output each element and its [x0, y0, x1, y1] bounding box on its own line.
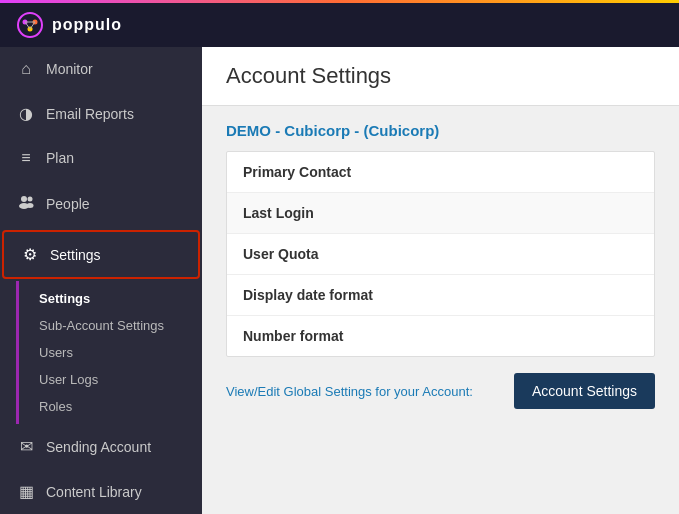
- top-bar: poppulo: [0, 3, 679, 47]
- submenu-item-settings[interactable]: Settings: [19, 285, 202, 312]
- main-layout: ⌂ Monitor ◑ Email Reports ≡ Plan People: [0, 47, 679, 514]
- account-name: DEMO - Cubicorp - (Cubicorp): [226, 122, 655, 139]
- account-settings-button[interactable]: Account Settings: [514, 373, 655, 409]
- settings-icon: ⚙: [20, 245, 40, 264]
- submenu-item-sub-account-settings[interactable]: Sub-Account Settings: [19, 312, 202, 339]
- svg-line-6: [30, 22, 35, 29]
- svg-point-7: [21, 196, 27, 202]
- email-reports-icon: ◑: [16, 104, 36, 123]
- sending-account-icon: ✉: [16, 437, 36, 456]
- sidebar-item-people[interactable]: People: [0, 180, 202, 228]
- table-row-user-quota: User Quota: [227, 234, 654, 275]
- sidebar-item-sending-account-label: Sending Account: [46, 439, 151, 455]
- footer-text: View/Edit Global Settings for your Accou…: [226, 384, 473, 399]
- logo-area: poppulo: [16, 11, 122, 39]
- logo-text: poppulo: [52, 16, 122, 34]
- sidebar-item-email-reports-label: Email Reports: [46, 106, 134, 122]
- sidebar-item-monitor-label: Monitor: [46, 61, 93, 77]
- plan-icon: ≡: [16, 149, 36, 167]
- sidebar-item-sending-account[interactable]: ✉ Sending Account: [0, 424, 202, 469]
- table-row-primary-contact: Primary Contact: [227, 152, 654, 193]
- settings-submenu: Settings Sub-Account Settings Users User…: [16, 281, 202, 424]
- submenu-item-user-logs[interactable]: User Logs: [19, 366, 202, 393]
- people-icon: [16, 193, 36, 215]
- content-library-icon: ▦: [16, 482, 36, 501]
- svg-point-0: [18, 13, 42, 37]
- sidebar: ⌂ Monitor ◑ Email Reports ≡ Plan People: [0, 47, 202, 514]
- sidebar-item-content-library[interactable]: ▦ Content Library: [0, 469, 202, 514]
- submenu-item-users[interactable]: Users: [19, 339, 202, 366]
- footer-row: View/Edit Global Settings for your Accou…: [226, 373, 655, 409]
- user-quota-label: User Quota: [243, 246, 318, 262]
- sidebar-item-content-library-label: Content Library: [46, 484, 142, 500]
- sidebar-item-people-label: People: [46, 196, 90, 212]
- submenu-item-roles[interactable]: Roles: [19, 393, 202, 420]
- content-body: DEMO - Cubicorp - (Cubicorp) Primary Con…: [202, 106, 679, 425]
- sidebar-item-monitor[interactable]: ⌂ Monitor: [0, 47, 202, 91]
- table-row-display-date-format: Display date format: [227, 275, 654, 316]
- poppulo-logo-icon: [16, 11, 44, 39]
- sidebar-item-plan-label: Plan: [46, 150, 74, 166]
- settings-table: Primary Contact Last Login User Quota Di…: [226, 151, 655, 357]
- page-title: Account Settings: [226, 63, 655, 89]
- sidebar-item-settings-label: Settings: [50, 247, 101, 263]
- monitor-icon: ⌂: [16, 60, 36, 78]
- svg-point-10: [27, 203, 34, 208]
- display-date-format-label: Display date format: [243, 287, 373, 303]
- primary-contact-label: Primary Contact: [243, 164, 351, 180]
- svg-line-5: [25, 22, 30, 29]
- table-row-number-format: Number format: [227, 316, 654, 356]
- table-row-last-login: Last Login: [227, 193, 654, 234]
- number-format-label: Number format: [243, 328, 343, 344]
- sidebar-item-plan[interactable]: ≡ Plan: [0, 136, 202, 180]
- last-login-label: Last Login: [243, 205, 314, 221]
- content-area: Account Settings DEMO - Cubicorp - (Cubi…: [202, 47, 679, 514]
- content-header: Account Settings: [202, 47, 679, 106]
- sidebar-item-settings[interactable]: ⚙ Settings: [2, 230, 200, 279]
- sidebar-item-email-reports[interactable]: ◑ Email Reports: [0, 91, 202, 136]
- svg-point-8: [28, 197, 33, 202]
